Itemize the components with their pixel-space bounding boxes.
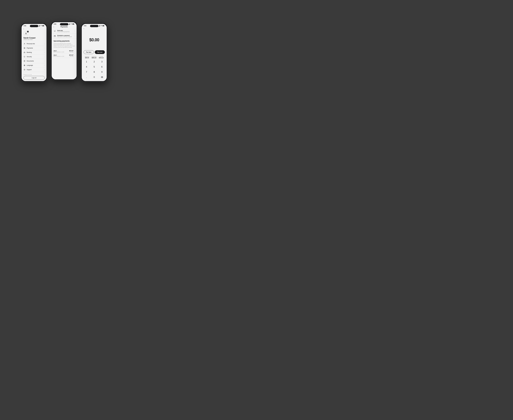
svg-rect-6 xyxy=(44,26,44,26)
menu-item-personal-info[interactable]: Personal info › xyxy=(23,42,45,46)
avatar-plus-icon[interactable]: + xyxy=(27,31,29,32)
chevron-schedule: › xyxy=(74,36,75,37)
menu-item-security[interactable]: Security › xyxy=(23,55,45,59)
svg-rect-28 xyxy=(74,24,74,24)
menu-item-support[interactable]: Support › xyxy=(23,68,45,72)
back-button-pay[interactable]: ‹ xyxy=(82,27,107,30)
nav-title-payments: Payments xyxy=(60,26,68,28)
avatar[interactable]: + xyxy=(23,31,29,36)
payment-amount-2: $572.67 xyxy=(69,54,73,56)
dynamic-island xyxy=(30,25,38,27)
numpad-5[interactable]: 5 xyxy=(90,64,98,69)
svg-rect-34 xyxy=(99,26,99,26)
stat-minimum-label: Minimum xyxy=(85,56,89,57)
calendar-icon xyxy=(53,35,56,37)
status-time-3: 9:41 xyxy=(84,25,86,26)
logout-button[interactable]: Log out xyxy=(23,76,45,80)
status-icons-3 xyxy=(99,25,105,26)
globe-icon xyxy=(23,64,26,66)
dollar-icon xyxy=(23,47,26,49)
numpad-6[interactable]: 6 xyxy=(98,64,106,69)
schedule-title: Schedule a payment xyxy=(57,35,74,36)
menu-item-documents[interactable]: Documents › xyxy=(23,59,45,63)
pay-stats: Minimum $40.00 Statement $835.20 Current… xyxy=(82,55,107,59)
menu-item-language[interactable]: Language › xyxy=(23,63,45,68)
menu-label-security: Security xyxy=(27,56,44,58)
shield-icon xyxy=(23,56,26,58)
menu-item-banking[interactable]: Banking › xyxy=(23,50,45,55)
svg-rect-39 xyxy=(104,26,105,26)
chevron-payments: › xyxy=(44,47,45,49)
battery-icon xyxy=(42,25,44,26)
numpad-0[interactable]: 0 xyxy=(90,75,98,80)
payment-row-1[interactable]: July 1 Bank of America •••• 1241 $572.67… xyxy=(53,49,75,53)
menu-label-documents: Documents xyxy=(27,60,44,62)
svg-rect-3 xyxy=(40,25,40,26)
payment-row-1-amount: $572.67 Auto-pay › xyxy=(69,50,75,52)
signal-icon xyxy=(39,25,40,26)
pay-screen: ‹ $0.00 Pay later Pay now Minimum $40.00… xyxy=(82,27,107,81)
status-icons-2 xyxy=(69,23,74,25)
phone-pay: 9:41 ‹ $0.00 Pay later Pay now Minimum $… xyxy=(81,23,108,82)
numpad-3[interactable]: 3 xyxy=(98,59,106,64)
menu-label-personal-info: Personal info xyxy=(27,43,44,45)
phone-payments: 9:41 ‹ Payments Auto-pay xyxy=(51,21,78,80)
menu-list: Personal info › Payments › xyxy=(23,42,45,73)
status-time-1: 9:41 xyxy=(24,25,26,26)
svg-rect-1 xyxy=(39,26,39,26)
numpad: 1 2 3 4 5 6 7 8 9 . 0 xyxy=(82,59,107,81)
payment-row-2[interactable]: July 1 Bank of America •••• 1241 $572.67… xyxy=(53,53,75,58)
wifi-icon xyxy=(40,25,42,26)
numpad-1[interactable]: 1 xyxy=(83,59,90,64)
svg-rect-25 xyxy=(70,23,70,25)
signal-icon-3 xyxy=(99,25,100,26)
pay-buttons: Pay later Pay now xyxy=(82,50,107,55)
signal-icon-2 xyxy=(69,23,70,25)
numpad-9[interactable]: 9 xyxy=(98,69,106,75)
numpad-2[interactable]: 2 xyxy=(90,59,98,64)
svg-rect-36 xyxy=(100,25,100,26)
chevron-autopay: › xyxy=(74,30,75,32)
schedule-option[interactable]: Schedule a payment Pay some or all of yo… xyxy=(52,34,77,39)
pay-later-button[interactable]: Pay later xyxy=(84,50,94,54)
numpad-backspace[interactable] xyxy=(98,75,106,80)
nav-header-payments: ‹ Payments xyxy=(52,25,77,29)
numpad-dot[interactable]: . xyxy=(83,75,90,80)
menu-item-payments[interactable]: Payments › xyxy=(23,46,45,50)
stat-current: Current $141.12 xyxy=(99,56,103,59)
svg-rect-5 xyxy=(43,25,44,26)
back-button-payments[interactable]: ‹ xyxy=(53,26,54,28)
chevron-support: › xyxy=(44,69,45,70)
status-icons-1 xyxy=(39,25,44,26)
payment-amount-1: $572.67 xyxy=(69,50,73,52)
numpad-4[interactable]: 4 xyxy=(83,64,90,69)
payment-row-1-val: $572.67 Auto-pay xyxy=(69,50,73,52)
upcoming-desc: These are the payments you've scheduled … xyxy=(53,43,75,48)
chevron-documents: › xyxy=(44,60,45,62)
menu-label-language: Language xyxy=(27,65,44,66)
pay-now-button[interactable]: Pay now xyxy=(95,50,105,54)
profile-joined: Joined June 2021 xyxy=(23,39,33,40)
payment-row-2-val: $572.67 Auto-pay xyxy=(69,54,73,57)
doc-icon xyxy=(23,60,26,62)
back-button-profile[interactable]: ‹ xyxy=(23,28,45,30)
autopay-option[interactable]: Auto-pay Set up recurring payments › xyxy=(52,29,77,34)
wifi-icon-3 xyxy=(101,25,102,26)
payment-row-2-amount: $572.67 Auto-pay › xyxy=(69,54,75,57)
profile-screen: ‹ + Sarah Cooper Joined June 2021 Person… xyxy=(22,27,46,81)
wifi-icon-2 xyxy=(71,23,72,25)
payment-type-2: Auto-pay xyxy=(69,56,73,57)
numpad-7[interactable]: 7 xyxy=(83,69,90,75)
stat-current-label: Current xyxy=(99,56,103,57)
chevron-personal-info: › xyxy=(44,43,45,45)
chevron-row-2: › xyxy=(74,55,75,56)
phone-profile: 9:41 ‹ + Sarah Cooper Joined June 2021 xyxy=(21,23,47,82)
pay-amount: $0.00 xyxy=(82,30,107,50)
battery-icon-2 xyxy=(72,23,74,25)
svg-rect-33 xyxy=(99,26,99,26)
payment-row-1-date: July 1 xyxy=(53,50,69,52)
svg-point-21 xyxy=(24,70,25,70)
person-icon xyxy=(23,43,26,45)
numpad-8[interactable]: 8 xyxy=(90,69,98,75)
autopay-text: Auto-pay Set up recurring payments xyxy=(57,30,74,32)
